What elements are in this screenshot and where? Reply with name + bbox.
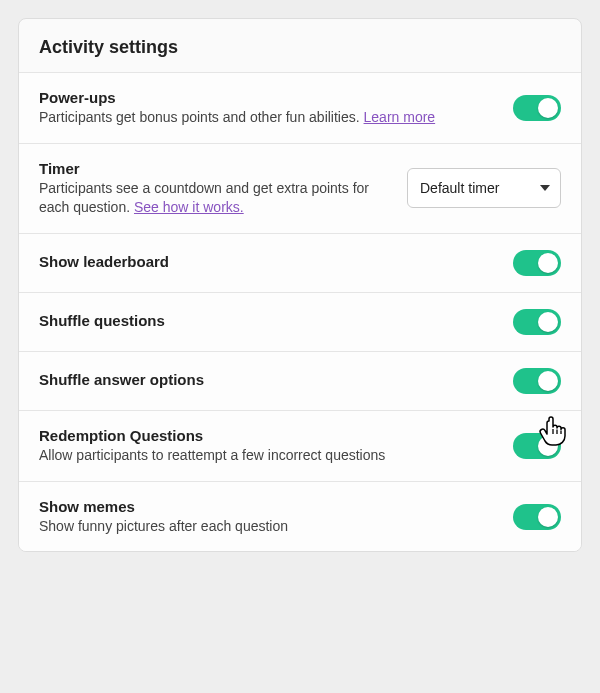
activity-settings-panel: Activity settings Power-ups Participants… — [18, 18, 582, 552]
memes-toggle[interactable] — [513, 504, 561, 530]
power-ups-title: Power-ups — [39, 89, 499, 106]
row-timer-text: Timer Participants see a countdown and g… — [39, 160, 393, 217]
memes-title: Show memes — [39, 498, 499, 515]
leaderboard-toggle[interactable] — [513, 250, 561, 276]
toggle-knob — [538, 371, 558, 391]
chevron-down-icon — [540, 185, 550, 191]
power-ups-learn-more-link[interactable]: Learn more — [364, 109, 436, 125]
redemption-toggle[interactable] — [513, 433, 561, 459]
panel-title: Activity settings — [39, 37, 561, 58]
shuffle-questions-title: Shuffle questions — [39, 312, 499, 329]
row-power-ups: Power-ups Participants get bonus points … — [19, 72, 581, 143]
row-redemption: Redemption Questions Allow participants … — [19, 410, 581, 481]
shuffle-questions-toggle[interactable] — [513, 309, 561, 335]
toggle-knob — [538, 507, 558, 527]
timer-desc: Participants see a countdown and get ext… — [39, 179, 393, 217]
row-leaderboard: Show leaderboard — [19, 233, 581, 292]
shuffle-answers-toggle[interactable] — [513, 368, 561, 394]
shuffle-answers-title: Shuffle answer options — [39, 371, 499, 388]
toggle-knob — [538, 436, 558, 456]
toggle-knob — [538, 312, 558, 332]
row-shuffle-questions: Shuffle questions — [19, 292, 581, 351]
row-shuffle-answers-text: Shuffle answer options — [39, 371, 499, 390]
redemption-title: Redemption Questions — [39, 427, 499, 444]
power-ups-desc: Participants get bonus points and other … — [39, 108, 499, 127]
row-shuffle-answers: Shuffle answer options — [19, 351, 581, 410]
redemption-desc: Allow participants to reattempt a few in… — [39, 446, 499, 465]
row-power-ups-text: Power-ups Participants get bonus points … — [39, 89, 499, 127]
leaderboard-title: Show leaderboard — [39, 253, 499, 270]
row-timer: Timer Participants see a countdown and g… — [19, 143, 581, 233]
power-ups-desc-text: Participants get bonus points and other … — [39, 109, 360, 125]
toggle-knob — [538, 253, 558, 273]
timer-select-value: Default timer — [420, 180, 499, 196]
timer-select[interactable]: Default timer — [407, 168, 561, 208]
timer-see-how-link[interactable]: See how it works. — [134, 199, 244, 215]
memes-desc: Show funny pictures after each question — [39, 517, 499, 536]
row-memes-text: Show memes Show funny pictures after eac… — [39, 498, 499, 536]
row-memes: Show memes Show funny pictures after eac… — [19, 481, 581, 552]
power-ups-toggle[interactable] — [513, 95, 561, 121]
row-leaderboard-text: Show leaderboard — [39, 253, 499, 272]
panel-header: Activity settings — [19, 19, 581, 72]
row-redemption-text: Redemption Questions Allow participants … — [39, 427, 499, 465]
row-shuffle-questions-text: Shuffle questions — [39, 312, 499, 331]
toggle-knob — [538, 98, 558, 118]
timer-title: Timer — [39, 160, 393, 177]
